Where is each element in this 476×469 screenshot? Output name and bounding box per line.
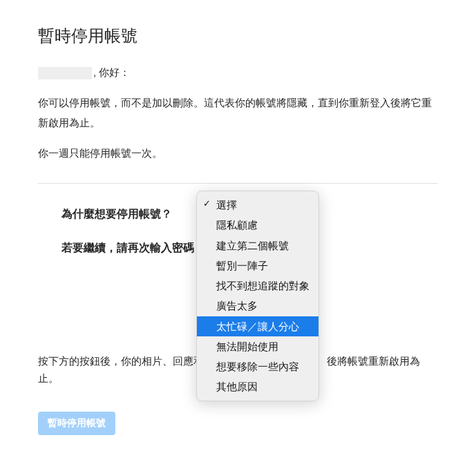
dropdown-option[interactable]: 暫別一陣子 — [197, 256, 318, 276]
dropdown-option[interactable]: 無法開始使用 — [197, 336, 318, 356]
dropdown-option[interactable]: 建立第二個帳號 — [197, 236, 318, 256]
dropdown-option[interactable]: 太忙碌／讓人分心 — [197, 316, 318, 336]
dropdown-option[interactable]: 廣告太多 — [197, 296, 318, 316]
username-placeholder — [38, 67, 92, 79]
password-label: 若要繼續，請再次輸入密碼 — [61, 242, 194, 253]
dropdown-option[interactable]: 其他原因 — [197, 376, 318, 396]
page-title: 暫時停用帳號 — [38, 25, 438, 47]
reason-dropdown-menu[interactable]: 選擇隱私顧慮建立第二個帳號暫別一陣子找不到想追蹤的對象廣告太多太忙碌／讓人分心無… — [196, 191, 319, 401]
disable-account-button[interactable]: 暫時停用帳號 — [38, 412, 115, 435]
below-text-prefix: 按下方的按鈕後，你的相片、回應和 — [38, 355, 204, 367]
reason-label: 為什麼想要停用帳號？ — [61, 208, 172, 220]
dropdown-option[interactable]: 選擇 — [197, 195, 318, 215]
dropdown-option[interactable]: 找不到想追蹤的對象 — [197, 276, 318, 296]
body-paragraph-2: 你一週只能停用帳號一次。 — [38, 144, 438, 164]
greeting-line: , 你好： — [38, 66, 438, 79]
dropdown-option[interactable]: 想要移除一些內容 — [197, 356, 318, 376]
section-divider — [38, 183, 438, 184]
dropdown-option[interactable]: 隱私顧慮 — [197, 215, 318, 235]
body-paragraph-1: 你可以停用帳號，而不是加以刪除。這代表你的帳號將隱藏，直到你重新登入後將它重新啟… — [38, 93, 438, 133]
greeting-suffix: , 你好： — [93, 66, 130, 78]
